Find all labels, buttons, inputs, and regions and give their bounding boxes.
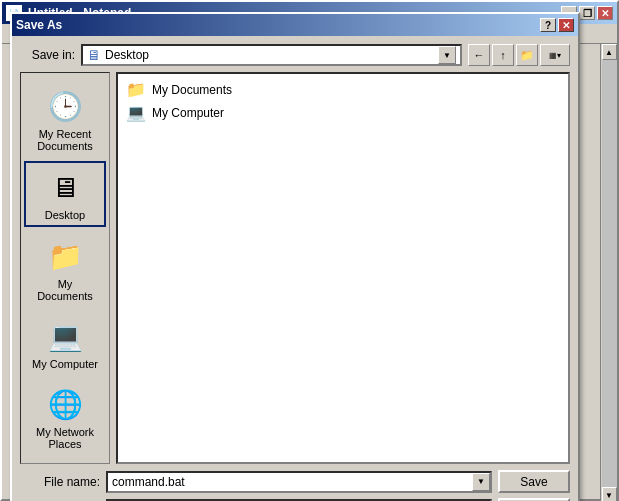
save-in-arrow[interactable]: ▼ (438, 46, 456, 64)
my-network-label: My NetworkPlaces (36, 426, 94, 450)
sidebar-item-my-recent[interactable]: 🕒 My RecentDocuments (24, 81, 106, 157)
my-documents-icon: 📁 (45, 236, 85, 276)
toolbar-buttons: ← ↑ 📁 ▦▾ (468, 44, 570, 66)
save-in-label: Save in: (20, 48, 75, 62)
desktop-label: Desktop (45, 209, 85, 221)
dialog-title-bar: Save As ? ✕ (12, 14, 578, 36)
notepad-window: 📄 Untitled - Notepad — ❐ ✕ File Edit For… (0, 0, 619, 501)
file-item-my-documents-icon: 📁 (126, 80, 146, 99)
file-name-input[interactable] (108, 475, 472, 489)
file-item-my-documents-label: My Documents (152, 83, 232, 97)
main-area: 🕒 My RecentDocuments 🖥 Desktop 📁 My Docu… (20, 72, 570, 464)
dialog-content: Save in: 🖥 Desktop ▼ ← ↑ 📁 ▦▾ (12, 36, 578, 501)
notepad-restore-btn[interactable]: ❐ (579, 6, 595, 20)
scroll-track[interactable] (602, 60, 617, 487)
sidebar-item-my-computer[interactable]: 💻 My Computer (24, 311, 106, 375)
dialog-title-buttons: ? ✕ (540, 18, 574, 32)
file-name-row: File name: ▼ Save (20, 470, 570, 493)
dialog-close-btn[interactable]: ✕ (558, 18, 574, 32)
file-list-area[interactable]: 📁 My Documents 💻 My Computer (116, 72, 570, 464)
file-item-my-documents[interactable]: 📁 My Documents (122, 78, 564, 101)
save-as-dialog: Save As ? ✕ Save in: 🖥 Desktop ▼ ← ↑ 📁 (10, 12, 580, 501)
my-computer-label: My Computer (32, 358, 98, 370)
toolbar-back-btn[interactable]: ← (468, 44, 490, 66)
notepad-close-btn[interactable]: ✕ (597, 6, 613, 20)
save-in-dropdown[interactable]: 🖥 Desktop ▼ (81, 44, 462, 66)
desktop-icon: 🖥 (45, 167, 85, 207)
sidebar-item-my-documents[interactable]: 📁 My Documents (24, 231, 106, 307)
sidebar: 🕒 My RecentDocuments 🖥 Desktop 📁 My Docu… (20, 72, 110, 464)
file-item-my-computer[interactable]: 💻 My Computer (122, 101, 564, 124)
save-button[interactable]: Save (498, 470, 570, 493)
dialog-help-btn[interactable]: ? (540, 18, 556, 32)
dialog-title-label: Save As (16, 18, 62, 32)
my-computer-icon: 💻 (45, 316, 85, 356)
toolbar-new-folder-btn[interactable]: 📁 (516, 44, 538, 66)
my-network-icon: 🌐 (45, 384, 85, 424)
my-recent-label: My RecentDocuments (37, 128, 93, 152)
file-item-my-computer-icon: 💻 (126, 103, 146, 122)
scroll-down-btn[interactable]: ▼ (602, 487, 617, 501)
save-in-value: Desktop (105, 48, 434, 62)
save-in-icon: 🖥 (87, 47, 101, 63)
sidebar-item-my-network[interactable]: 🌐 My NetworkPlaces (24, 379, 106, 455)
sidebar-item-desktop[interactable]: 🖥 Desktop (24, 161, 106, 227)
toolbar-up-btn[interactable]: ↑ (492, 44, 514, 66)
scroll-up-btn[interactable]: ▲ (602, 44, 617, 60)
save-in-row: Save in: 🖥 Desktop ▼ ← ↑ 📁 ▦▾ (20, 44, 570, 66)
file-name-label: File name: (20, 475, 100, 489)
notepad-scrollbar[interactable]: ▲ ▼ (600, 44, 617, 501)
file-item-my-computer-label: My Computer (152, 106, 224, 120)
my-recent-icon: 🕒 (45, 86, 85, 126)
file-name-input-wrapper: ▼ (106, 471, 492, 493)
save-cancel-col: Save (498, 470, 570, 493)
my-documents-label: My Documents (29, 278, 101, 302)
file-name-dropdown[interactable]: ▼ (472, 473, 490, 491)
toolbar-views-btn[interactable]: ▦▾ (540, 44, 570, 66)
